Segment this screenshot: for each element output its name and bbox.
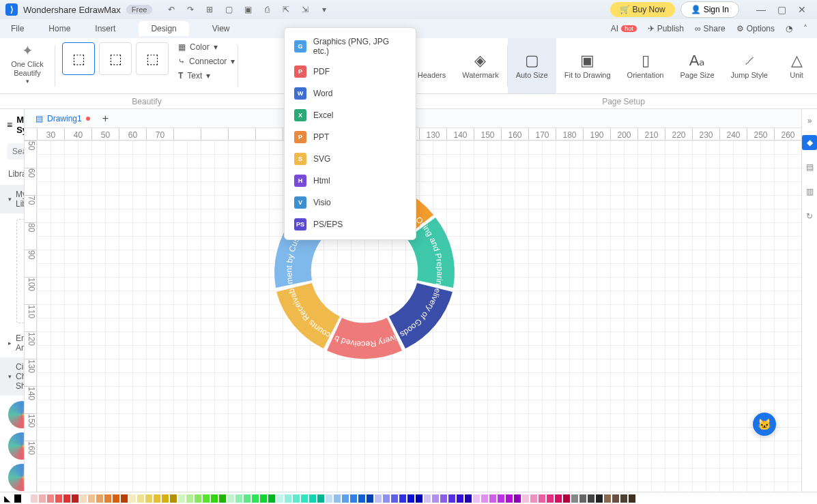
open-icon[interactable]: ▢ (220, 3, 237, 16)
library-link[interactable]: Library ︽ (8, 168, 25, 179)
notif-icon[interactable]: ◔ (786, 24, 792, 33)
color-swatch[interactable] (137, 494, 144, 503)
shape-thumb[interactable] (8, 464, 24, 491)
theme-tile-1[interactable]: ⬚ (62, 42, 95, 75)
color-swatch[interactable] (563, 494, 570, 503)
comment-icon[interactable]: ▥ (802, 184, 817, 199)
signin-button[interactable]: 👤Sign In (680, 1, 739, 18)
color-swatch[interactable] (154, 494, 160, 503)
color-swatch[interactable] (481, 494, 488, 503)
close-button[interactable]: ✕ (792, 1, 812, 18)
export-ps/eps[interactable]: PSPS/EPS (285, 213, 416, 235)
dropzone[interactable]: Drag symbols here to add to My Library (16, 219, 25, 323)
more-icon[interactable]: ▾ (316, 3, 332, 16)
print-icon[interactable]: ⎙ (259, 3, 275, 16)
color-swatch[interactable] (129, 494, 136, 503)
color-swatch[interactable] (326, 494, 332, 503)
menu-ai[interactable]: AIhot (611, 24, 637, 33)
auto-size[interactable]: ▢Auto Size (508, 38, 556, 93)
color-swatch[interactable] (367, 494, 373, 503)
export-svg[interactable]: SSVG (285, 148, 416, 170)
color-swatch[interactable] (424, 494, 431, 503)
color-swatch[interactable] (31, 494, 38, 503)
color-swatch[interactable] (489, 494, 496, 503)
color-swatch[interactable] (522, 494, 529, 503)
color-swatch[interactable] (268, 494, 275, 503)
import-icon[interactable]: ⇲ (297, 3, 313, 16)
color-swatch[interactable] (375, 494, 382, 503)
circular-group[interactable]: ▾Circular Charting Shapes ✕ (0, 357, 24, 396)
orientation[interactable]: ▯Orientation (619, 38, 672, 93)
color-swatch[interactable] (276, 494, 283, 503)
undo-icon[interactable]: ↶ (163, 3, 180, 16)
export-word[interactable]: WWord (285, 83, 416, 104)
oneclick-beautify[interactable]: ✦ One Click Beautify▾ (0, 38, 55, 93)
publish-button[interactable]: ✈Publish (648, 24, 684, 33)
color-swatch[interactable] (473, 494, 480, 503)
color-swatch[interactable] (96, 494, 103, 503)
color-swatch[interactable] (186, 494, 193, 503)
color-swatch[interactable] (399, 494, 406, 503)
shape-thumb[interactable] (8, 432, 24, 460)
color-swatch[interactable] (252, 494, 259, 503)
color-swatch[interactable] (588, 494, 594, 503)
color-swatch[interactable] (416, 494, 422, 503)
unit[interactable]: △Unit (776, 38, 817, 93)
color-swatch[interactable] (440, 494, 447, 503)
color-swatch[interactable] (113, 494, 119, 503)
color-swatch[interactable] (547, 494, 554, 503)
export-pdf[interactable]: PPDF (285, 61, 416, 83)
color-swatch[interactable] (235, 494, 242, 503)
color-swatch[interactable] (55, 494, 62, 503)
color-swatch[interactable] (47, 494, 54, 503)
color-swatch[interactable] (432, 494, 439, 503)
color-swatch[interactable] (391, 494, 398, 503)
color-swatch[interactable] (260, 494, 267, 503)
color-swatch[interactable] (358, 494, 365, 503)
color-swatch[interactable] (285, 494, 291, 503)
color-swatch[interactable] (121, 494, 128, 503)
color-swatch[interactable] (170, 494, 177, 503)
export-ppt[interactable]: PPPT (285, 126, 416, 148)
redo-icon[interactable]: ↷ (182, 3, 199, 16)
color-swatch[interactable] (498, 494, 504, 503)
export-excel[interactable]: XExcel (285, 104, 416, 126)
color-swatch[interactable] (604, 494, 611, 503)
color-swatch[interactable] (145, 494, 152, 503)
menu-insert[interactable]: Insert (94, 21, 117, 36)
color-swatch[interactable] (514, 494, 521, 503)
color-swatch[interactable] (23, 494, 29, 503)
jump-style[interactable]: ⟋Jump Style (723, 38, 776, 93)
menu-home[interactable]: Home (47, 21, 72, 36)
new-icon[interactable]: ⊞ (201, 3, 218, 16)
enterprise-group[interactable]: ▸Enterprise Architecture ✕ (0, 329, 24, 357)
color-swatch[interactable] (612, 494, 619, 503)
save-icon[interactable]: ▣ (240, 3, 256, 16)
fit-drawing[interactable]: ▣Fit to Drawing (556, 38, 619, 93)
color-swatch[interactable] (571, 494, 578, 503)
color-swatch[interactable] (72, 494, 78, 503)
color-swatch[interactable] (211, 494, 218, 503)
assistant-button[interactable]: 🐱 (753, 413, 776, 436)
color-swatch[interactable] (178, 494, 185, 503)
color-swatch[interactable] (350, 494, 357, 503)
share-button[interactable]: ∞Share (695, 24, 726, 33)
options-button[interactable]: ⚙Options (736, 24, 775, 33)
color-swatch[interactable] (555, 494, 562, 503)
color-swatch[interactable] (309, 494, 316, 503)
color-swatch[interactable] (596, 494, 603, 503)
add-tab-button[interactable]: + (102, 113, 109, 125)
minimize-button[interactable]: — (751, 1, 771, 18)
color-swatch[interactable] (457, 494, 463, 503)
color-swatch[interactable] (620, 494, 627, 503)
theme-tile-2[interactable]: ⬚ (99, 42, 132, 75)
color-swatch[interactable] (162, 494, 169, 503)
color-swatch[interactable] (80, 494, 87, 503)
watermark[interactable]: ◈Watermark (454, 38, 506, 93)
page-icon[interactable]: ▤ (802, 160, 817, 175)
color-swatch[interactable] (506, 494, 513, 503)
text-menu[interactable]: TText ▾ (175, 70, 238, 82)
color-swatch[interactable] (244, 494, 250, 503)
color-swatch[interactable] (539, 494, 545, 503)
color-swatch[interactable] (104, 494, 111, 503)
